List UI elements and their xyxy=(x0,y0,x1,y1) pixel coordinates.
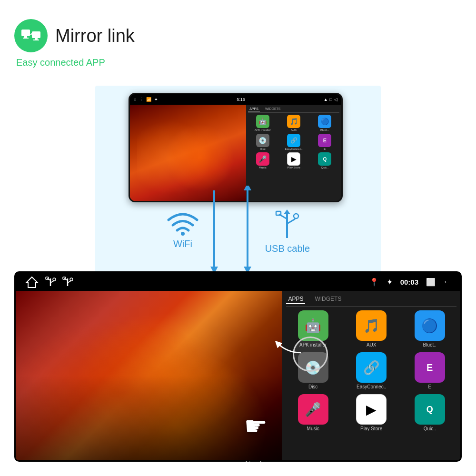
mirror-link-svg-icon xyxy=(21,26,41,46)
car-music-icon: 🎤 xyxy=(298,394,328,425)
wifi-label: WiFi xyxy=(173,238,192,249)
phone-apk-label: APK installer xyxy=(255,129,271,132)
phone-easyconnect-icon: 🔗 xyxy=(287,134,300,147)
car-location-icon: 📍 xyxy=(369,278,379,287)
phone-status-right: ▲ □ ◁ xyxy=(324,97,337,102)
svg-rect-0 xyxy=(21,30,30,36)
phone-bt-label: Bluet... xyxy=(320,129,329,132)
svg-rect-28 xyxy=(63,277,66,279)
list-item[interactable]: E E xyxy=(310,134,339,151)
svg-marker-20 xyxy=(26,277,38,288)
pointing-arrow-svg xyxy=(268,329,306,357)
list-item[interactable]: 🔗 EasyConnec.. xyxy=(279,134,308,151)
car-quick-icon: Q xyxy=(415,394,445,425)
car-tab-apps[interactable]: APPS xyxy=(286,295,305,304)
phone-aux-label: AUX xyxy=(291,129,297,132)
car-app-tabs: APPS WIDGETS xyxy=(286,295,456,307)
phone-tab-widgets[interactable]: WIDGETS xyxy=(264,107,282,111)
phone-bt-icon: 🔵 xyxy=(318,115,331,128)
usb-svg-icon xyxy=(274,209,300,240)
svg-rect-3 xyxy=(32,31,40,38)
svg-point-25 xyxy=(53,278,56,281)
connection-icons: WiFi USB cable xyxy=(133,209,343,254)
car-status-bar: 📍 ✦ 00:03 ⬜ ← xyxy=(16,273,460,291)
phone-app-tabs: APPS WIDGETS xyxy=(248,107,339,113)
car-video-area xyxy=(16,291,282,460)
svg-rect-2 xyxy=(23,38,29,39)
car-bluetooth-icon: ✦ xyxy=(387,278,393,287)
phone-playstore-label: Play Store xyxy=(287,166,300,169)
car-tab-widgets[interactable]: WIDGETS xyxy=(313,295,343,304)
phone-menu-icon: ⋮ xyxy=(139,97,143,102)
usb-label: USB cable xyxy=(265,243,310,254)
phone-music-label: Music xyxy=(259,166,267,169)
car-app-panel: APPS WIDGETS 🤖 APK installer 🎵 AUX 🔵 Blu… xyxy=(282,291,460,460)
car-playstore-icon: ▶ xyxy=(356,394,387,425)
car-usb1-icon xyxy=(45,277,56,287)
watermark: www.carmitek.com xyxy=(182,458,293,474)
phone-time: 5:16 xyxy=(237,97,245,102)
list-item[interactable]: E E xyxy=(403,352,456,389)
phone-bluetooth-icon: ✦ xyxy=(154,97,158,102)
phone-e-label: E xyxy=(324,148,326,151)
car-window-icon: ⬜ xyxy=(426,278,436,287)
list-item[interactable]: 🤖 APK installer xyxy=(248,115,277,132)
car-aux-icon: 🎵 xyxy=(356,310,387,341)
phone-status-bar: ○ ⋮ 📶 ✦ 5:16 ▲ □ ◁ xyxy=(130,94,341,105)
list-item[interactable]: 🎤 Music xyxy=(286,394,340,431)
car-bt-icon: 🔵 xyxy=(415,310,445,341)
hand-pointer-icon: ☚ xyxy=(244,411,268,441)
car-playstore-label: Play Store xyxy=(360,426,382,431)
phone-content: APPS WIDGETS 🤖 APK installer 🎵 AUX 🔵 Blu… xyxy=(130,105,341,201)
easy-connected-subtitle: Easy connected APP xyxy=(16,57,135,68)
list-item[interactable]: Q Quic.. xyxy=(403,394,456,431)
svg-rect-4 xyxy=(35,38,38,40)
list-item[interactable]: 💿 Disc xyxy=(248,134,277,151)
phone-playstore-icon: ▶ xyxy=(287,152,300,166)
svg-rect-5 xyxy=(33,40,39,40)
phone-video-glow xyxy=(137,114,218,201)
car-easyconnect-icon: 🔗 xyxy=(356,352,387,383)
list-item[interactable]: 🔵 Bluet.. xyxy=(403,310,456,347)
car-back-icon: ← xyxy=(443,278,451,286)
phone-quick-label: Quic.. xyxy=(321,166,329,169)
phone-signal-icon: 📶 xyxy=(146,97,151,102)
phone-back-icon: ◁ xyxy=(334,97,337,102)
car-easyconnect-label: EasyConnec.. xyxy=(357,384,386,389)
list-item[interactable]: 🔵 Bluet... xyxy=(310,115,339,132)
phone-aux-icon: 🎵 xyxy=(287,115,300,128)
phone-disc-label: Disc xyxy=(260,148,266,151)
car-bt-label: Bluet.. xyxy=(423,342,436,347)
list-item[interactable]: ▶ Play Store xyxy=(279,152,308,169)
phone-icons-grid: 🤖 APK installer 🎵 AUX 🔵 Bluet... 💿 Disc … xyxy=(248,115,339,169)
phone-music-icon: 🎤 xyxy=(256,152,269,166)
list-item[interactable]: 🔗 EasyConnec.. xyxy=(345,352,398,389)
phone-app-grid: APPS WIDGETS 🤖 APK installer 🎵 AUX 🔵 Blu… xyxy=(246,105,341,201)
car-e-label: E xyxy=(428,384,431,389)
car-time: 00:03 xyxy=(400,278,418,286)
car-video-overlay xyxy=(16,376,282,460)
svg-point-30 xyxy=(70,278,73,281)
list-item[interactable]: ▶ Play Store xyxy=(345,394,398,431)
list-item[interactable]: Q Quic.. xyxy=(310,152,339,169)
list-item[interactable]: 🎵 AUX xyxy=(279,115,308,132)
car-disc-label: Disc xyxy=(308,384,317,389)
mirror-link-icon xyxy=(14,19,48,52)
car-quick-label: Quic.. xyxy=(424,426,436,431)
wifi-svg-icon xyxy=(166,209,199,236)
svg-rect-1 xyxy=(24,36,27,38)
car-aux-label: AUX xyxy=(367,342,377,347)
svg-line-17 xyxy=(287,219,295,224)
header-section: Mirror link Easy connected APP xyxy=(14,19,135,68)
phone-disc-icon: 💿 xyxy=(256,134,269,147)
car-status-right: 📍 ✦ 00:03 ⬜ ← xyxy=(369,278,451,287)
list-item[interactable]: 🎤 Music xyxy=(248,152,277,169)
list-item[interactable]: 🎵 AUX xyxy=(345,310,398,347)
car-music-label: Music xyxy=(307,426,319,431)
svg-point-18 xyxy=(294,214,298,218)
usb-section: USB cable xyxy=(265,209,310,254)
phone-tab-apps[interactable]: APPS xyxy=(248,107,260,111)
phone-quick-icon: Q xyxy=(318,152,331,166)
car-home-icon xyxy=(25,275,39,288)
phone-apk-icon: 🤖 xyxy=(256,115,269,128)
